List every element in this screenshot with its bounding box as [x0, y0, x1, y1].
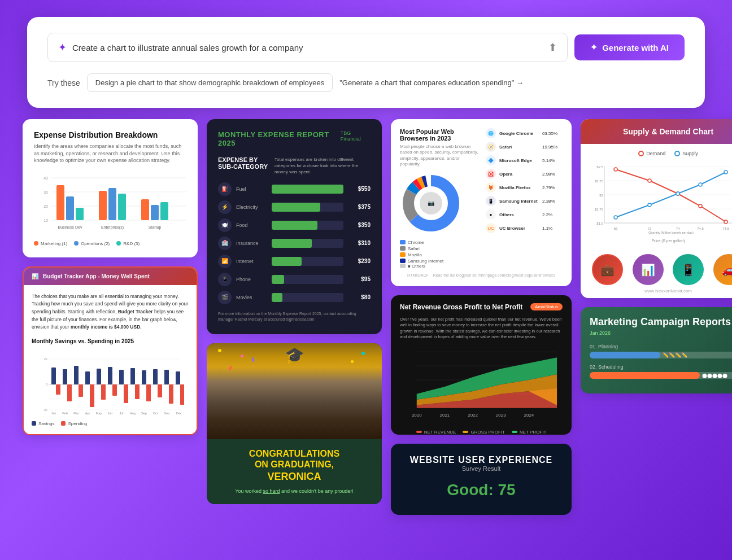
svg-text:2021: 2021: [440, 412, 450, 417]
card-monthly-expense: MONTHLY EXPENSE REPORT 2025 TBG Financia…: [207, 119, 382, 334]
revenue-chart-area: 2020 2021 2022 2023 2024: [391, 346, 572, 425]
svg-rect-34: [119, 370, 124, 384]
sub-cat-desc: Total expenses are broken into different…: [274, 156, 371, 176]
browser-left: Most Popular Web Browsers in 2023 Most p…: [400, 128, 479, 269]
svg-text:Apr: Apr: [85, 412, 90, 415]
svg-rect-50: [169, 384, 173, 404]
svg-text:$1.75: $1.75: [595, 208, 604, 211]
svg-rect-35: [130, 368, 135, 384]
svg-rect-12: [108, 188, 116, 220]
supply-legend: Demand Supply: [587, 151, 732, 156]
ux-score: Good: 75: [402, 481, 560, 499]
card-net-revenue: Net Revenue Gross Profit to Net Profit A…: [391, 295, 572, 435]
svg-point-110: [648, 203, 651, 207]
expense-bar-chart: 40 30 20 10 Business Dev Enterprise(s): [34, 172, 186, 234]
card-budget-tracker: 📊 Budget Tracker App - Money Well Spent …: [23, 266, 198, 435]
supply-images-row: 💼 📊 📱 🚗 www.NexxonNobiit.com: [581, 250, 732, 298]
grad-name: VERONICA: [216, 471, 373, 483]
revenue-header: Net Revenue Gross Profit to Net Profit A…: [391, 295, 572, 317]
monthly-footer: For more information on the Monthly Expe…: [218, 311, 371, 323]
supply-img-3: 📱: [673, 254, 704, 285]
svg-rect-41: [67, 384, 72, 401]
legend-others: ■ Others: [400, 264, 479, 269]
search-row: ✦ ⬆ ✦ Generate with AI: [47, 33, 685, 62]
fuel-value: $550: [348, 186, 371, 192]
marketing-date: Jan 2026: [590, 330, 732, 336]
fuel-icon: ⛽: [218, 182, 232, 196]
insurance-label: Insurance: [236, 240, 267, 246]
svg-text:2k: 2k: [44, 357, 48, 361]
food-value: $350: [348, 222, 371, 228]
svg-rect-15: [151, 205, 159, 220]
svg-rect-43: [90, 384, 94, 407]
grad-photo: 🎓: [207, 343, 382, 439]
movies-label: Movies: [236, 295, 267, 300]
expense-row-fuel: ⛽ Fuel $550: [218, 182, 371, 196]
svg-text:74.5: 74.5: [697, 227, 704, 230]
svg-text:40: 40: [43, 176, 48, 180]
svg-text:74.8: 74.8: [722, 227, 729, 230]
expense-description: Identify the areas where companies alloc…: [34, 143, 186, 164]
ux-score-value: Good: 75: [402, 481, 560, 499]
svg-rect-32: [97, 369, 101, 384]
suggestion-chip-2[interactable]: "Generate a chart that compares educatio…: [339, 78, 524, 87]
generate-button[interactable]: ✦ Generate with AI: [574, 34, 685, 60]
legend-net-profit: NET PROFIT: [512, 430, 546, 435]
insurance-value: $310: [348, 240, 371, 246]
expense-row-electricity: ⚡ Electricity $375: [218, 200, 371, 214]
search-input-wrapper: ✦ ⬆: [47, 33, 568, 62]
svg-rect-45: [112, 384, 117, 396]
budget-icon: 📊: [32, 273, 38, 279]
opera-icon: 🅾️: [486, 169, 496, 179]
svg-text:$2: $2: [599, 194, 603, 197]
insurance-icon: 🏥: [218, 237, 232, 250]
uc-icon: UC: [486, 223, 496, 233]
svg-text:20: 20: [43, 204, 48, 208]
scheduling-label: 02. Scheduling: [590, 364, 732, 370]
revenue-badge: AmbiStatus: [530, 303, 563, 310]
svg-text:0: 0: [46, 383, 48, 386]
samsung-icon: 📱: [486, 196, 496, 206]
stat-others: ● Others 2.2%: [486, 209, 563, 220]
suggestion-chip-1[interactable]: Design a pie chart to that show demograp…: [87, 73, 333, 92]
svg-text:Jul: Jul: [119, 412, 123, 415]
ux-subtitle: Survey Result: [402, 465, 560, 472]
supply-legend-demand: Demand: [638, 151, 665, 156]
svg-point-112: [699, 183, 702, 186]
svg-text:Oct: Oct: [153, 412, 158, 415]
svg-text:72: 72: [648, 227, 652, 230]
monthly-brand: TBG Financial: [341, 130, 371, 142]
legend-net-revenue: NET REVENUE: [416, 430, 456, 435]
expense-row-insurance: 🏥 Insurance $310: [218, 237, 371, 250]
svg-text:2024: 2024: [524, 412, 534, 417]
food-label: Food: [236, 222, 267, 228]
monthly-header: MONTHLY EXPENSE REPORT 2025 TBG Financia…: [218, 130, 371, 147]
upload-icon[interactable]: ⬆: [548, 41, 557, 54]
search-input[interactable]: [72, 43, 543, 53]
svg-rect-46: [124, 384, 128, 403]
svg-rect-40: [56, 384, 60, 395]
svg-text:Startup: Startup: [149, 225, 162, 230]
planning-bar: ✏️✏️✏️✏️: [590, 352, 732, 358]
donut-chart: 📷: [400, 172, 462, 234]
budget-desc: The choices that you make are all essent…: [32, 293, 189, 331]
svg-text:$2.25: $2.25: [595, 180, 604, 183]
svg-point-107: [699, 204, 702, 208]
svg-point-113: [724, 170, 727, 174]
svg-rect-39: [176, 371, 180, 384]
svg-rect-28: [51, 368, 56, 384]
svg-rect-44: [101, 384, 106, 400]
svg-text:Dec: Dec: [176, 412, 182, 415]
svg-point-108: [724, 220, 727, 224]
grad-image-area: 🎓: [207, 343, 382, 439]
try-these-label: Try these: [47, 78, 80, 88]
svg-text:Feb: Feb: [62, 412, 67, 415]
phone-value: $95: [348, 276, 371, 282]
firefox-icon: 🦊: [486, 182, 496, 193]
svg-rect-49: [158, 384, 162, 397]
revenue-chart: 2020 2021 2022 2023 2024: [400, 346, 563, 419]
card-web-browsers: Most Popular Web Browsers in 2023 Most p…: [391, 119, 572, 286]
expense-subcategory: EXPENSE BY SUB-CATEGORY Total expenses a…: [218, 156, 371, 176]
marketing-title: Marketing Campaign Reports: [590, 316, 732, 328]
savings-chart-title: Monthly Savings vs. Spending in 2025: [32, 338, 189, 344]
